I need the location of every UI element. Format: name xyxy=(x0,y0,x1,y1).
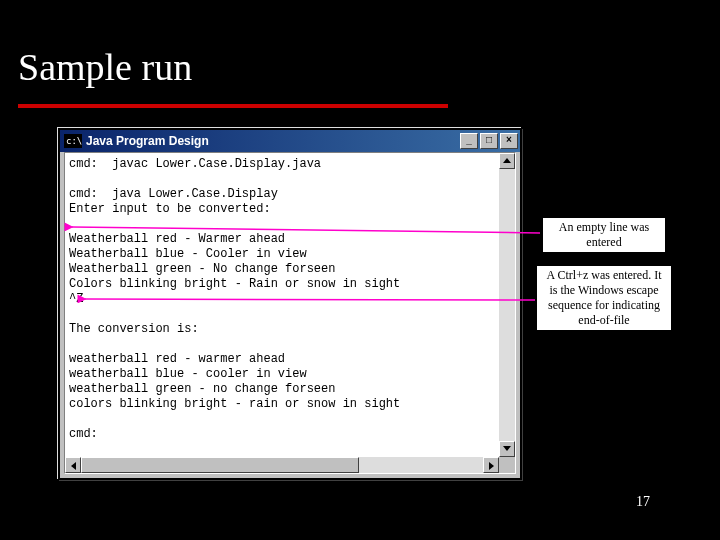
scroll-right-button[interactable] xyxy=(483,457,499,473)
chevron-right-icon xyxy=(489,462,494,470)
titlebar[interactable]: c:\ Java Program Design _ □ × xyxy=(60,130,520,152)
window-title: Java Program Design xyxy=(86,134,458,148)
chevron-up-icon xyxy=(503,158,511,163)
chevron-down-icon xyxy=(503,446,511,451)
scroll-corner xyxy=(499,457,515,473)
horizontal-scrollbar[interactable] xyxy=(65,457,499,473)
scroll-up-button[interactable] xyxy=(499,153,515,169)
slide-title: Sample run xyxy=(18,45,192,89)
maximize-button[interactable]: □ xyxy=(480,133,498,149)
callout-ctrl-z: A Ctrl+z was entered. It is the Windows … xyxy=(536,265,672,331)
title-underline xyxy=(18,104,448,108)
client-area: cmd: javac Lower.Case.Display.java cmd: … xyxy=(64,152,516,474)
console-window: c:\ Java Program Design _ □ × cmd: javac… xyxy=(58,128,522,480)
close-button[interactable]: × xyxy=(500,133,518,149)
app-icon: c:\ xyxy=(64,134,82,148)
chevron-left-icon xyxy=(71,462,76,470)
console-output: cmd: javac Lower.Case.Display.java cmd: … xyxy=(67,155,497,455)
vertical-scrollbar[interactable] xyxy=(499,153,515,457)
callout-empty-line: An empty line was entered xyxy=(542,217,666,253)
scroll-thumb[interactable] xyxy=(81,457,359,473)
page-number: 17 xyxy=(636,494,650,510)
scroll-down-button[interactable] xyxy=(499,441,515,457)
scroll-left-button[interactable] xyxy=(65,457,81,473)
slide: Sample run c:\ Java Program Design _ □ ×… xyxy=(0,0,720,540)
minimize-button[interactable]: _ xyxy=(460,133,478,149)
